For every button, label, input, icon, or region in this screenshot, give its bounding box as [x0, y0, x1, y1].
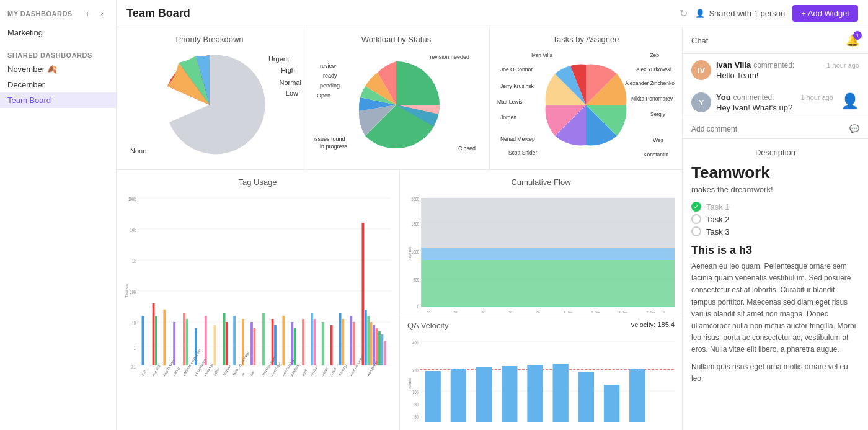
svg-text:0: 0: [417, 303, 419, 310]
chat-title: Chat: [691, 36, 708, 45]
my-dashboards-label: MY DASHBOARDS: [7, 10, 73, 17]
description-body2: Nullam quis risus eget urna mollis ornar…: [691, 361, 859, 385]
svg-text:0.1: 0.1: [131, 364, 136, 370]
refresh-button[interactable]: ↻: [680, 7, 688, 19]
svg-rect-48: [367, 316, 370, 365]
description-subtitle: makes the dreamwork!: [691, 185, 859, 194]
svg-rect-47: [365, 310, 367, 365]
svg-rect-46: [361, 223, 364, 365]
assignee-scott: Scott Snider: [508, 150, 537, 156]
svg-rect-38: [311, 313, 313, 365]
svg-rect-18: [163, 310, 166, 365]
svg-rect-50: [373, 325, 375, 365]
sidebar-item-team-board[interactable]: Team Board: [0, 92, 116, 108]
svg-rect-52: [378, 331, 381, 365]
msg-header-2: Youcommented: 1 hour ago: [716, 92, 833, 102]
svg-rect-37: [302, 319, 304, 365]
msg-time-2: 1 hour ago: [800, 94, 833, 101]
svg-text:1.0: 1.0: [141, 369, 146, 377]
my-dashboards-header: MY DASHBOARDS + ‹: [0, 0, 116, 25]
task-checkbox-1[interactable]: [691, 202, 701, 212]
svg-text:1000: 1000: [411, 249, 419, 256]
svg-text:1k: 1k: [132, 258, 136, 265]
grid-row-bottom: Tag Usage 100k 10k 1k 100 10 1 0.1: [117, 170, 682, 430]
task-item-2: Task 2: [691, 214, 859, 224]
workload-pie-svg: [347, 55, 446, 155]
assignee-alex-z: Alexander Zinchenko: [625, 80, 675, 86]
add-comment-input[interactable]: [691, 125, 844, 133]
sidebar-item-december[interactable]: December: [0, 77, 116, 92]
svg-text:safari: safari: [321, 365, 329, 377]
task-checkbox-2[interactable]: [691, 214, 701, 224]
description-body1: Aenean eu leo quam. Pellentesque ornare …: [691, 261, 859, 356]
svg-marker-89: [421, 198, 675, 248]
add-dashboard-button[interactable]: +: [81, 7, 94, 20]
svg-rect-123: [578, 372, 594, 422]
svg-text:200: 200: [412, 367, 418, 374]
collapse-sidebar-button[interactable]: ‹: [96, 7, 108, 20]
svg-rect-30: [254, 328, 256, 365]
shared-button[interactable]: 👤 Shared with 1 person: [695, 9, 785, 18]
wl-label-closed: Closed: [458, 145, 476, 151]
qa-velocity-card: QA Velocity velocity: 185.4 400 200: [400, 313, 682, 430]
svg-rect-27: [233, 316, 236, 365]
assignee-joe: Joe O'Connor: [500, 66, 533, 73]
qa-velocity-title: QA Velocity: [407, 321, 448, 330]
svg-marker-91: [421, 260, 675, 307]
svg-text:10k: 10k: [130, 227, 136, 234]
add-comment-area: 💬: [683, 119, 868, 138]
svg-text:1: 1: [134, 345, 136, 352]
svg-text:canny: canny: [172, 364, 181, 378]
assignee-pie-container: Ivan Villa Zeb Joe O'Connor Alex Yurkows…: [497, 49, 675, 161]
notification-badge: 1: [853, 31, 862, 40]
msg-content-1: Ivan Villacommented: 1 hour ago Hello Te…: [716, 60, 859, 80]
svg-text:60: 60: [414, 414, 418, 421]
svg-rect-119: [476, 367, 492, 422]
tasks-assignee-card: Tasks by Assignee: [490, 27, 682, 169]
workload-status-card: Workload by Status: [303, 27, 490, 169]
tag-usage-title: Tag Usage: [124, 177, 391, 187]
chat-bell-wrapper[interactable]: 🔔 1: [846, 34, 859, 47]
svg-text:1500: 1500: [411, 221, 419, 228]
assignee-jorgen: Jorgen: [500, 114, 516, 120]
assignee-wes: Wes: [653, 137, 663, 143]
cumulative-svg: 2000 1500 1000 500 0 Tasks: [407, 192, 675, 313]
cumulative-flow-card: Cumulative Flow 2000 1500 1000 500 0 Tas…: [400, 170, 682, 313]
label-urgent: Urgent: [268, 55, 289, 63]
qa-velocity-svg: 400 200 100 80 60 Tasks: [407, 335, 675, 430]
svg-rect-54: [384, 341, 386, 365]
sidebar-item-marketing[interactable]: Marketing: [0, 25, 116, 40]
right-charts-column: Cumulative Flow 2000 1500 1000 500 0 Tas…: [399, 170, 682, 430]
sidebar-item-november[interactable]: November 🍂: [0, 61, 116, 77]
chat-message-1: IV Ivan Villacommented: 1 hour ago Hello…: [683, 54, 868, 86]
wl-label-pending: pending: [320, 83, 340, 89]
svg-text:500: 500: [414, 277, 419, 284]
wl-label-open: Open: [317, 92, 330, 99]
task-label-3: Task 3: [706, 227, 730, 236]
svg-rect-39: [314, 319, 316, 365]
task-item-3: Task 3: [691, 226, 859, 236]
svg-rect-45: [353, 322, 355, 365]
topbar: Team Board ↻ 👤 Shared with 1 person + Ad…: [117, 0, 868, 27]
qa-header-row: QA Velocity velocity: 185.4: [407, 321, 675, 335]
task-checkbox-3[interactable]: [691, 226, 701, 236]
topbar-right: ↻ 👤 Shared with 1 person + Add Widget: [680, 5, 858, 22]
assignee-matt: Matt Lewis: [497, 99, 523, 105]
person-icon: 👤: [695, 9, 705, 18]
msg-author-2: You: [716, 92, 731, 102]
svg-text:80: 80: [414, 401, 418, 408]
label-none: None: [130, 147, 146, 155]
chat-header: Chat 🔔 1: [683, 27, 868, 54]
comment-send-icon[interactable]: 💬: [849, 124, 859, 133]
add-widget-button[interactable]: + Add Widget: [792, 5, 858, 22]
assignee-pie-svg: [536, 55, 636, 155]
priority-breakdown-card: Priority Breakdown: [117, 27, 303, 169]
assignee-nenad: Nenad Merćep: [500, 136, 535, 142]
priority-pie-chart: Urgent High Normal Low None: [124, 49, 295, 161]
msg-text-1: Hello Team!: [716, 71, 859, 80]
svg-text:ios: ios: [250, 369, 255, 377]
svg-rect-15: [142, 316, 144, 365]
msg-author-1: Ivan Villa: [716, 60, 751, 69]
svg-rect-44: [350, 316, 352, 365]
task-list: Task 1 Task 2 Task 3: [691, 202, 859, 236]
